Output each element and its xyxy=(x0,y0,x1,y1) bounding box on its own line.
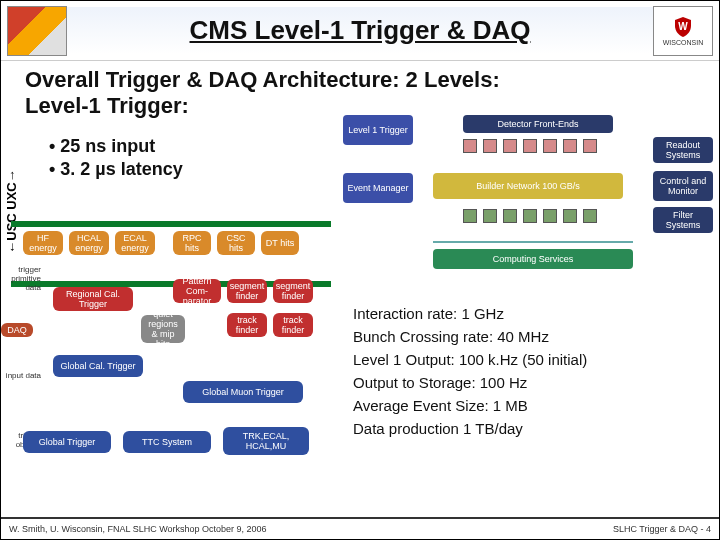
fl-sq5 xyxy=(543,209,557,223)
fe-sq6 xyxy=(563,139,577,153)
footer-left: W. Smith, U. Wisconsin, FNAL SLHC Worksh… xyxy=(9,524,267,534)
global-cal-box: Global Cal. Trigger xyxy=(53,355,143,377)
evtmgr-block: Event Manager xyxy=(343,173,413,203)
headline: Overall Trigger & DAQ Architecture: 2 Le… xyxy=(1,61,719,119)
fe-sq7 xyxy=(583,139,597,153)
computing-block: Computing Services xyxy=(433,249,633,269)
segfinder2-box: segment finder xyxy=(273,279,313,303)
slide-title: CMS Level-1 Trigger & DAQ xyxy=(67,7,653,54)
fe-sq1 xyxy=(463,139,477,153)
slide-body: Overall Trigger & DAQ Architecture: 2 Le… xyxy=(1,61,719,511)
facts-list: Interaction rate: 1 GHz Bunch Crossing r… xyxy=(353,299,713,443)
fe-sq5 xyxy=(543,139,557,153)
fl-sq4 xyxy=(523,209,537,223)
dt-box: DT hits xyxy=(261,231,299,255)
fact-2: Bunch Crossing rate: 40 MHz xyxy=(353,328,713,345)
fl-sq6 xyxy=(563,209,577,223)
regional-cal-box: Regional Cal. Trigger xyxy=(53,287,133,311)
fl-sq3 xyxy=(503,209,517,223)
ecal-box: ECAL energy xyxy=(115,231,155,255)
footer-right: SLHC Trigger & DAQ - 4 xyxy=(613,524,711,534)
fact-6: Data production 1 TB/day xyxy=(353,420,713,437)
shield-icon: W xyxy=(669,15,697,39)
daq-label: DAQ xyxy=(1,323,33,337)
logo-text: WISCONSIN xyxy=(663,39,703,46)
control-block: Control and Monitor xyxy=(653,171,713,201)
rpc-box: RPC hits xyxy=(173,231,211,255)
daq-architecture-diagram: Level 1 Trigger Detector Front-Ends Read… xyxy=(343,115,713,295)
side-label-1: trigger primitive data xyxy=(3,265,41,292)
bullet-1: 25 ns input xyxy=(49,135,183,158)
ttc-box: TTC System xyxy=(123,431,211,453)
l1-trigger-block: Level 1 Trigger xyxy=(343,115,413,145)
wisconsin-logo: W WISCONSIN xyxy=(653,6,713,56)
trigger-flow-diagram: trigger primitive data DAQ input data tr… xyxy=(23,231,323,491)
fact-5: Average Event Size: 1 MB xyxy=(353,397,713,414)
side-label-3: input data xyxy=(3,371,41,380)
fact-3: Level 1 Output: 100 k.Hz (50 initial) xyxy=(353,351,713,368)
global-trigger-box: Global Trigger xyxy=(23,431,111,453)
hcal-box: HCAL energy xyxy=(69,231,109,255)
slide-header: CMS Level-1 Trigger & DAQ W WISCONSIN xyxy=(1,1,719,61)
segfinder1-box: segment finder xyxy=(227,279,267,303)
trackfinder2-box: track finder xyxy=(273,313,313,337)
bullet-list: 25 ns input 3. 2 µs latency xyxy=(49,135,183,182)
fe-sq4 xyxy=(523,139,537,153)
fact-1: Interaction rate: 1 GHz xyxy=(353,305,713,322)
builder-block: Builder Network 100 GB/s xyxy=(433,173,623,199)
svg-text:W: W xyxy=(678,21,688,32)
cms-logo xyxy=(7,6,67,56)
trackfinder1-box: track finder xyxy=(227,313,267,337)
headline-line1: Overall Trigger & DAQ Architecture: 2 Le… xyxy=(25,67,709,93)
fl-sq1 xyxy=(463,209,477,223)
filter-block: Filter Systems xyxy=(653,207,713,233)
quiet-box: quiet regions & mip bits xyxy=(141,315,185,343)
bullet-2: 3. 2 µs latency xyxy=(49,158,183,181)
fe-sq2 xyxy=(483,139,497,153)
fe-sq3 xyxy=(503,139,517,153)
fl-sq2 xyxy=(483,209,497,223)
readout-block: Readout Systems xyxy=(653,137,713,163)
global-muon-box: Global Muon Trigger xyxy=(183,381,303,403)
trk-ecal-box: TRK,ECAL, HCAL,MU xyxy=(223,427,309,455)
pattern-box: Pattern Com- parator xyxy=(173,279,221,303)
fact-4: Output to Storage: 100 Hz xyxy=(353,374,713,391)
slide-footer: W. Smith, U. Wisconsin, FNAL SLHC Worksh… xyxy=(1,517,719,539)
csc-box: CSC hits xyxy=(217,231,255,255)
frontends-block: Detector Front-Ends xyxy=(463,115,613,133)
fl-sq7 xyxy=(583,209,597,223)
hf-box: HF energy xyxy=(23,231,63,255)
